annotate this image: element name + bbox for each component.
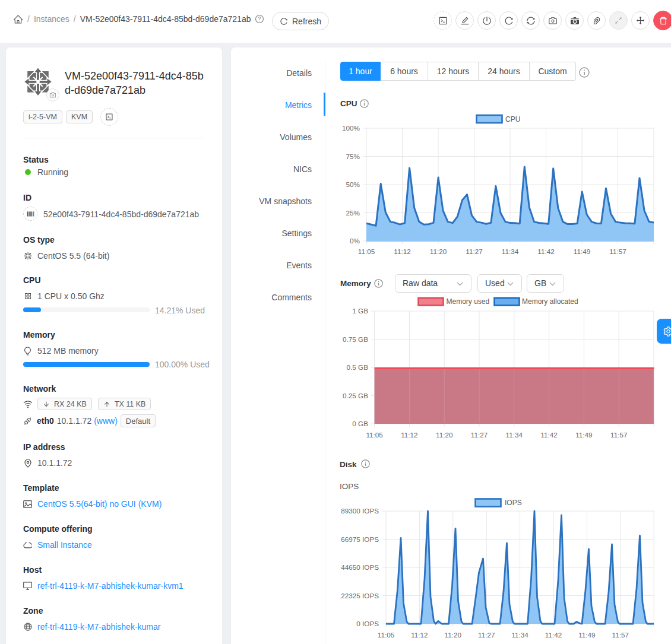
svg-text:11:34: 11:34 xyxy=(502,248,519,255)
svg-text:11:57: 11:57 xyxy=(612,631,629,639)
svg-text:11:49: 11:49 xyxy=(575,431,592,439)
svg-text:44650 IOPS: 44650 IOPS xyxy=(341,563,379,571)
svg-text:11:20: 11:20 xyxy=(430,248,447,255)
svg-text:0.5 GB: 0.5 GB xyxy=(347,363,369,371)
svg-text:11:05: 11:05 xyxy=(366,431,383,439)
svg-text:22325 IOPS: 22325 IOPS xyxy=(341,592,379,599)
svg-text:66975 IOPS: 66975 IOPS xyxy=(341,535,379,543)
svg-text:0.75 GB: 0.75 GB xyxy=(343,335,368,343)
svg-text:11:49: 11:49 xyxy=(574,248,590,255)
svg-text:11:12: 11:12 xyxy=(411,631,428,639)
svg-text:IOPS: IOPS xyxy=(505,499,522,507)
svg-text:0 IOPS: 0 IOPS xyxy=(356,620,379,627)
svg-text:100%: 100% xyxy=(342,124,360,132)
svg-text:11:12: 11:12 xyxy=(394,248,410,255)
svg-text:11:34: 11:34 xyxy=(511,631,528,639)
svg-text:11:12: 11:12 xyxy=(401,431,417,439)
svg-text:11:57: 11:57 xyxy=(609,248,626,255)
svg-text:11:20: 11:20 xyxy=(436,431,453,439)
svg-text:0 GB: 0 GB xyxy=(352,420,368,427)
svg-text:Memory used: Memory used xyxy=(447,297,490,306)
svg-text:75%: 75% xyxy=(346,153,360,160)
svg-text:50%: 50% xyxy=(346,180,360,188)
svg-text:11:05: 11:05 xyxy=(378,631,395,639)
svg-text:11:49: 11:49 xyxy=(578,631,595,639)
svg-text:1 GB: 1 GB xyxy=(352,307,368,315)
svg-text:11:27: 11:27 xyxy=(478,631,495,639)
svg-text:11:20: 11:20 xyxy=(445,631,462,639)
svg-text:CPU: CPU xyxy=(505,115,520,123)
svg-text:Memory allocated: Memory allocated xyxy=(522,297,578,306)
svg-text:25%: 25% xyxy=(346,209,360,217)
svg-text:11:42: 11:42 xyxy=(540,431,557,439)
svg-text:0.25 GB: 0.25 GB xyxy=(343,392,368,399)
svg-text:11:34: 11:34 xyxy=(506,431,523,439)
svg-text:11:27: 11:27 xyxy=(471,431,488,439)
svg-text:11:57: 11:57 xyxy=(610,431,627,439)
svg-text:11:05: 11:05 xyxy=(358,248,375,255)
svg-text:11:42: 11:42 xyxy=(537,248,554,255)
svg-text:89300 IOPS: 89300 IOPS xyxy=(341,507,379,515)
svg-text:11:27: 11:27 xyxy=(466,248,482,255)
svg-text:11:42: 11:42 xyxy=(545,631,562,639)
svg-text:0%: 0% xyxy=(350,237,360,245)
